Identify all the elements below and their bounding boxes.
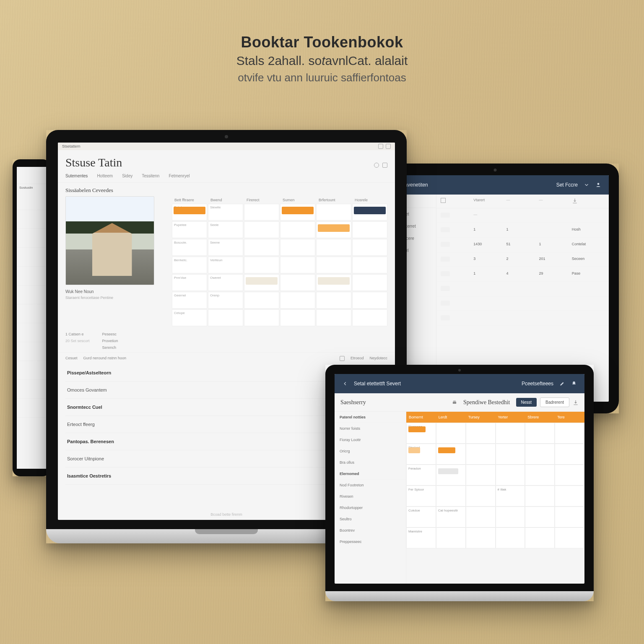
cal-cell[interactable] [280,221,315,238]
sm-cell[interactable] [496,465,525,486]
sm-cell[interactable] [525,506,555,527]
download-icon[interactable] [573,400,579,405]
cal-cell[interactable] [316,274,351,291]
cal-cell[interactable] [352,204,387,221]
sm-side-item[interactable]: Boontrev [335,525,406,536]
sm-cell[interactable] [555,444,584,465]
cal-cell[interactable]: Pupetee [172,221,207,238]
ghost-button[interactable]: Badrerent [540,397,569,407]
subnav-tab[interactable]: Tessitenn [142,174,159,178]
cal-cell[interactable]: Seene [208,239,243,256]
subnav-tab[interactable]: Hotteem [97,174,113,178]
cal-cell[interactable]: Oweret [208,274,243,291]
subnav-tab[interactable]: Sidey [122,174,132,178]
home-icon[interactable] [386,144,391,149]
sm-cell[interactable] [555,486,584,506]
cal-cell[interactable]: Seele [208,221,243,238]
cal-cell[interactable] [244,257,279,273]
sm-cell[interactable]: Feradon [406,465,436,486]
cal-cell[interactable] [208,309,243,326]
cal-cell[interactable] [316,257,351,273]
bell-icon[interactable] [571,381,577,387]
sm-cell[interactable] [466,465,496,486]
cal-cell[interactable] [352,292,387,309]
cal-cell[interactable] [244,221,279,238]
user-icon[interactable] [595,182,601,188]
subnav-tab[interactable]: Fetmenryel [169,174,190,178]
sm-side-item[interactable]: Bra ollus [335,457,406,468]
cal-cell[interactable] [280,292,315,309]
cal-cell[interactable]: Prm'dse [172,274,207,291]
cal-cell[interactable] [244,204,279,221]
printer-icon[interactable] [452,400,457,405]
cal-cell[interactable] [280,239,315,256]
cal-cell[interactable]: Cetope [172,309,207,326]
cal-cell[interactable]: Geernel [172,292,207,309]
search-icon[interactable] [374,163,379,168]
sm-cell[interactable] [436,486,466,506]
cal-cell[interactable] [316,309,351,326]
cal-cell[interactable] [280,257,315,273]
sm-cell[interactable] [525,527,555,548]
sm-cell[interactable] [436,444,466,465]
cal-cell[interactable]: Siewile [208,204,243,221]
sm-cell[interactable] [436,423,466,444]
cal-cell[interactable]: Beteloe [172,204,207,221]
sm-side-item[interactable]: Oricrg [335,446,406,457]
sm-cell[interactable] [555,527,584,548]
sm-side-item[interactable]: Fioray Loottr [335,434,406,446]
cal-cell[interactable] [244,292,279,309]
sm-cell[interactable] [466,444,496,465]
download-icon[interactable] [572,198,578,204]
sm-cell[interactable]: Mamistre [406,527,436,548]
cal-cell[interactable] [280,274,315,291]
cal-cell[interactable] [244,309,279,326]
sm-cell[interactable] [555,465,584,486]
sm-cell[interactable] [466,486,496,506]
cal-cell[interactable] [352,274,387,291]
sm-cell[interactable] [496,506,525,527]
grid-icon[interactable] [441,198,446,203]
cal-cell[interactable] [280,204,315,221]
chevron-down-icon[interactable] [584,182,589,188]
cal-cell[interactable]: Bosoole. [172,239,207,256]
settings-icon[interactable] [382,163,387,168]
sm-cell[interactable]: Fioneenc [406,423,436,444]
cal-cell[interactable] [244,239,279,256]
sm-cell[interactable] [496,527,525,548]
sm-cell[interactable] [525,444,555,465]
sm-cell[interactable] [525,465,555,486]
sm-cell[interactable] [436,527,466,548]
sm-cell[interactable]: # Iliak [496,486,525,506]
sm-side-item[interactable]: Preppesseec [335,536,406,548]
cal-cell[interactable] [316,292,351,309]
cal-cell[interactable] [316,204,351,221]
edit-icon[interactable] [559,381,565,387]
sm-cell[interactable] [496,444,525,465]
sm-cell[interactable]: Cal hopeesttr [436,506,466,527]
sm-cell[interactable] [496,423,525,444]
sm-cell[interactable] [436,465,466,486]
sm-side-item[interactable]: Seultro [335,514,406,525]
cal-cell[interactable] [352,257,387,273]
sm-side-item[interactable]: Rivesen [335,491,406,502]
cal-cell[interactable] [352,239,387,256]
sm-cell[interactable]: Stroked [406,444,436,465]
primary-button[interactable]: Nesst [516,398,537,407]
sm-cell[interactable] [466,527,496,548]
cal-cell[interactable]: Berrketc. [172,257,207,273]
sm-side-item[interactable]: Norrer foists [335,423,406,434]
cal-cell[interactable] [244,274,279,291]
cal-cell[interactable] [316,221,351,238]
sm-cell[interactable] [525,423,555,444]
sm-cell[interactable]: Fer Sploor [406,486,436,506]
cal-cell[interactable] [280,309,315,326]
cal-cell[interactable]: Orenp [208,292,243,309]
sm-cell[interactable] [466,506,496,527]
sm-cell[interactable] [555,423,584,444]
calendar-icon[interactable] [340,356,345,361]
sm-cell[interactable]: Cokdoe [406,506,436,527]
sm-side-item[interactable]: Rhodortopper [335,502,406,514]
cal-cell[interactable] [352,309,387,326]
subnav-tab[interactable]: Sutementes [65,174,88,178]
